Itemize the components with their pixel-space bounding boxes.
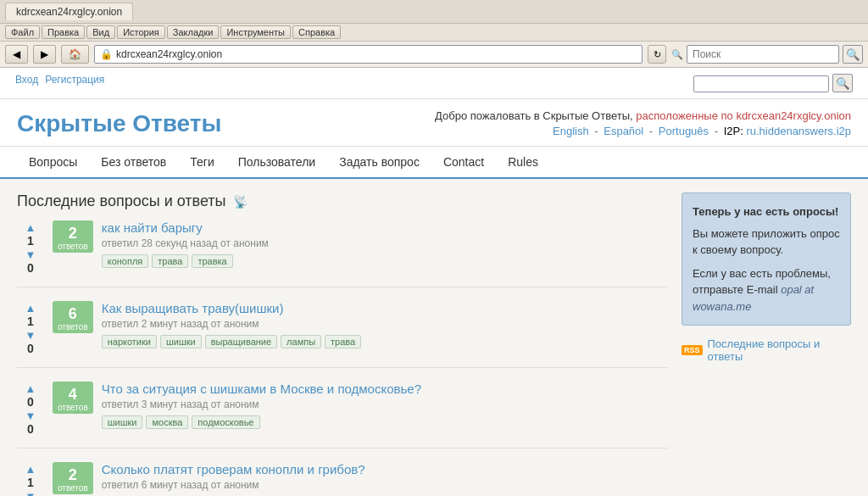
lang-sep-2: - (649, 125, 653, 137)
nav-ask[interactable]: Задать вопрос (327, 147, 431, 177)
nav-unanswered[interactable]: Без ответов (89, 147, 178, 177)
search-input[interactable] (687, 45, 839, 64)
address-bar-row: ◀ ▶ 🏠 🔒 kdrcxean24rxglcy.onion ↻ 🔍 🔍 (0, 42, 868, 68)
section-title: Последние вопросы и ответы 📡 (17, 192, 668, 210)
menu-help[interactable]: Справка (292, 25, 341, 39)
register-link[interactable]: Регистрация (45, 74, 104, 92)
sidebar-notice: Теперь у нас есть опросы! Вы можете прил… (682, 192, 851, 326)
tag[interactable]: подмосковье (192, 415, 259, 429)
nav-rules[interactable]: Rules (496, 147, 550, 177)
question-item: ▲ 1 ▼ 0 2 ответов как найти барыгу ответ… (17, 220, 668, 287)
tag[interactable]: шишки (102, 415, 143, 429)
i2p-link[interactable]: ru.hiddenanswers.i2p (746, 125, 851, 137)
answers-label: ответов (58, 322, 88, 332)
vote-box: ▲ 0 ▼ 0 (17, 382, 44, 436)
nav-questions[interactable]: Вопросы (17, 147, 89, 177)
answers-label: ответов (58, 242, 88, 251)
vote-down-button[interactable]: ▼ (22, 489, 39, 496)
answers-label: ответов (58, 403, 88, 412)
answers-count: 6 (69, 306, 77, 321)
site-search-button[interactable]: 🔍 (832, 74, 853, 92)
tag[interactable]: лампы (281, 335, 321, 348)
vote-down-button[interactable]: ▼ (22, 248, 39, 261)
question-meta: ответил 6 минут назад от аноним (102, 479, 668, 491)
tag[interactable]: травка (192, 254, 232, 268)
page-content: Скрытые Ответы Добро пожаловать в Скрыты… (0, 99, 868, 496)
answers-count: 2 (69, 226, 77, 241)
nav-tags[interactable]: Теги (178, 147, 225, 177)
tag[interactable]: трава (325, 335, 361, 348)
header-right: Добро пожаловать в Скрытые Ответы, распо… (435, 109, 851, 137)
welcome-text: Добро пожаловать в Скрытые Ответы, распо… (435, 109, 851, 122)
nav-list: Вопросы Без ответов Теги Пользователи За… (17, 147, 851, 177)
rss-badge: RSS (682, 345, 703, 355)
menu-bookmarks[interactable]: Закладки (167, 25, 220, 39)
vote-up-button[interactable]: ▲ (22, 301, 39, 315)
tag[interactable]: трава (152, 254, 188, 268)
vote-up-count: 1 (27, 234, 34, 248)
lock-icon: 🔒 (100, 48, 113, 60)
menu-tools[interactable]: Инструменты (220, 25, 291, 39)
vote-down-button[interactable]: ▼ (22, 409, 39, 422)
question-meta: ответил 2 минут назад от аноним (102, 318, 668, 330)
lang-portugues[interactable]: Português (659, 125, 709, 137)
answers-count: 4 (69, 387, 77, 402)
vote-box: ▲ 1 ▼ 0 (17, 462, 44, 496)
refresh-button[interactable]: ↻ (648, 45, 666, 64)
lang-english[interactable]: English (553, 125, 589, 137)
main-container: Последние вопросы и ответы 📡 ▲ 1 ▼ 0 2 о… (0, 179, 868, 496)
question-title-link[interactable]: Как выращивать траву(шишки) (102, 301, 284, 315)
tag[interactable]: наркотики (102, 335, 157, 348)
tag[interactable]: москва (146, 415, 188, 429)
sidebar-rss-label: Последние вопросы и ответы (708, 337, 851, 363)
search-container: 🔍 🔍 (671, 45, 863, 64)
nav-users[interactable]: Пользователи (226, 147, 327, 177)
tags-list: шишкимоскваподмосковье (102, 415, 668, 429)
tag[interactable]: шишки (160, 335, 202, 348)
vote-down-count: 0 (27, 261, 34, 275)
site-title: Скрытые Ответы (17, 110, 221, 137)
search-button[interactable]: 🔍 (843, 45, 863, 64)
question-item: ▲ 1 ▼ 0 6 ответов Как выращивать траву(ш… (17, 301, 668, 368)
question-title-link[interactable]: как найти барыгу (102, 220, 203, 235)
lang-sep-3: - (715, 125, 718, 137)
lang-espanol[interactable]: Español (604, 125, 643, 137)
question-meta: ответил 3 минут назад от аноним (102, 398, 668, 410)
back-button[interactable]: ◀ (5, 45, 28, 64)
answers-label: ответов (58, 483, 88, 493)
address-bar[interactable]: 🔒 kdrcxean24rxglcy.onion (94, 45, 643, 64)
menu-edit[interactable]: Правка (42, 25, 85, 39)
tag[interactable]: выращивание (205, 335, 277, 348)
sidebar-rss-link[interactable]: RSS Последние вопросы и ответы (682, 337, 851, 363)
nav-contact[interactable]: Contact (431, 147, 496, 177)
answers-count: 2 (69, 467, 77, 482)
lang-line: English - Español - Português - I2P: ru.… (435, 125, 851, 137)
vote-down-count: 0 (27, 422, 34, 436)
rss-icon: 📡 (233, 195, 248, 209)
tags-list: наркотикишишкивыращиваниелампытрава (102, 335, 668, 348)
vote-up-count: 1 (27, 315, 34, 328)
i2p-label: I2P: (724, 125, 743, 137)
vote-up-button[interactable]: ▲ (22, 462, 39, 476)
vote-box: ▲ 1 ▼ 0 (17, 301, 44, 355)
vote-down-button[interactable]: ▼ (22, 328, 39, 342)
site-nav: Вопросы Без ответов Теги Пользователи За… (0, 147, 868, 179)
vote-up-count: 0 (27, 395, 34, 409)
home-button[interactable]: 🏠 (61, 45, 89, 64)
answers-box: 4 ответов (53, 382, 93, 414)
vote-down-count: 0 (27, 342, 34, 355)
login-link[interactable]: Вход (15, 74, 38, 92)
site-link[interactable]: расположенные по kdrcxean24rxglcy.onion (636, 109, 851, 122)
browser-tab[interactable]: kdrcxean24rxglcy.onion (5, 3, 133, 20)
site-search-input[interactable] (693, 75, 829, 92)
vote-up-button[interactable]: ▲ (22, 382, 39, 395)
tag[interactable]: конопля (102, 254, 149, 268)
menu-view[interactable]: Вид (86, 25, 115, 39)
question-title-link[interactable]: Сколько платят гроверам конопли и грибов… (102, 462, 365, 476)
menu-file[interactable]: Файл (5, 25, 40, 39)
forward-button[interactable]: ▶ (33, 45, 56, 64)
question-title-link[interactable]: Что за ситуация с шишками в Москве и под… (102, 382, 421, 396)
menu-history[interactable]: История (117, 25, 165, 39)
vote-up-button[interactable]: ▲ (22, 220, 39, 234)
question-body: Сколько платят гроверам конопли и грибов… (102, 462, 668, 496)
